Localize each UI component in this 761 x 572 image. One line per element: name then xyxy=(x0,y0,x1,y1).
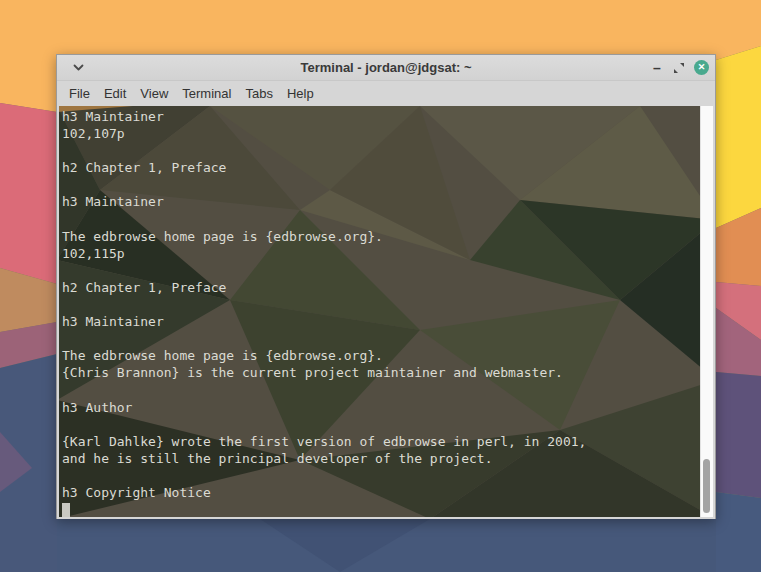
terminal-line xyxy=(62,467,697,484)
menu-file[interactable]: File xyxy=(62,81,97,106)
terminal-line xyxy=(62,296,697,313)
terminal-line: h2 Chapter 1, Preface xyxy=(62,279,697,296)
terminal-text: h3 Maintainer 102,107p h2 Chapter 1, Pre… xyxy=(62,108,697,517)
window-menu-button[interactable] xyxy=(73,64,84,72)
terminal-line xyxy=(62,416,697,433)
wallpaper-polygon xyxy=(716,46,761,228)
terminal-line: The edbrowse home page is {edbrowse.org}… xyxy=(62,228,697,245)
terminal-line xyxy=(62,142,697,159)
terminal-output[interactable]: h3 Maintainer 102,107p h2 Chapter 1, Pre… xyxy=(59,106,713,517)
titlebar[interactable]: Terminal - jordan@jdgsat: ~ – ✕ xyxy=(57,55,715,81)
terminal-line xyxy=(62,211,697,228)
restore-button[interactable] xyxy=(668,63,690,73)
wallpaper-polygon xyxy=(716,492,761,572)
terminal-line: h3 Maintainer xyxy=(62,193,697,210)
window-controls: – ✕ xyxy=(646,57,715,79)
window-title: Terminal - jordan@jdgsat: ~ xyxy=(57,60,715,75)
minimize-button[interactable]: – xyxy=(646,57,668,79)
close-button[interactable]: ✕ xyxy=(694,60,709,75)
menu-edit[interactable]: Edit xyxy=(97,81,133,106)
cursor-block xyxy=(62,503,70,517)
terminal-line xyxy=(62,262,697,279)
scrollbar-track[interactable] xyxy=(700,106,713,517)
terminal-cursor-line xyxy=(62,501,697,517)
terminal-window: Terminal - jordan@jdgsat: ~ – ✕ File Edi… xyxy=(56,54,716,519)
terminal-line: 102,115p xyxy=(62,245,697,262)
scrollbar-thumb[interactable] xyxy=(703,459,710,513)
close-icon: ✕ xyxy=(698,63,706,72)
terminal-line xyxy=(62,382,697,399)
terminal-line xyxy=(62,330,697,347)
terminal-line: h3 Maintainer xyxy=(62,108,697,125)
terminal-frame: h3 Maintainer 102,107p h2 Chapter 1, Pre… xyxy=(57,106,715,519)
menubar: File Edit View Terminal Tabs Help xyxy=(57,81,715,106)
menu-tabs[interactable]: Tabs xyxy=(238,81,279,106)
wallpaper-polygon xyxy=(0,103,57,284)
wallpaper-polygon xyxy=(716,372,761,498)
terminal-line: and he is still the principal developer … xyxy=(62,450,697,467)
terminal-line: h3 Copyright Notice xyxy=(62,484,697,501)
terminal-line: h3 Maintainer xyxy=(62,313,697,330)
menu-help[interactable]: Help xyxy=(280,81,321,106)
menu-terminal[interactable]: Terminal xyxy=(175,81,238,106)
restore-icon xyxy=(674,63,684,73)
terminal-line: {Chris Brannon} is the current project m… xyxy=(62,364,697,381)
terminal-line: h2 Chapter 1, Preface xyxy=(62,159,697,176)
terminal-line: 102,107p xyxy=(62,125,697,142)
desktop: Terminal - jordan@jdgsat: ~ – ✕ File Edi… xyxy=(0,0,761,572)
menu-view[interactable]: View xyxy=(133,81,175,106)
chevron-down-icon xyxy=(73,64,84,72)
terminal-line: {Karl Dahlke} wrote the first version of… xyxy=(62,433,697,450)
terminal-line xyxy=(62,176,697,193)
terminal-line: h3 Author xyxy=(62,399,697,416)
terminal-line: The edbrowse home page is {edbrowse.org}… xyxy=(62,347,697,364)
